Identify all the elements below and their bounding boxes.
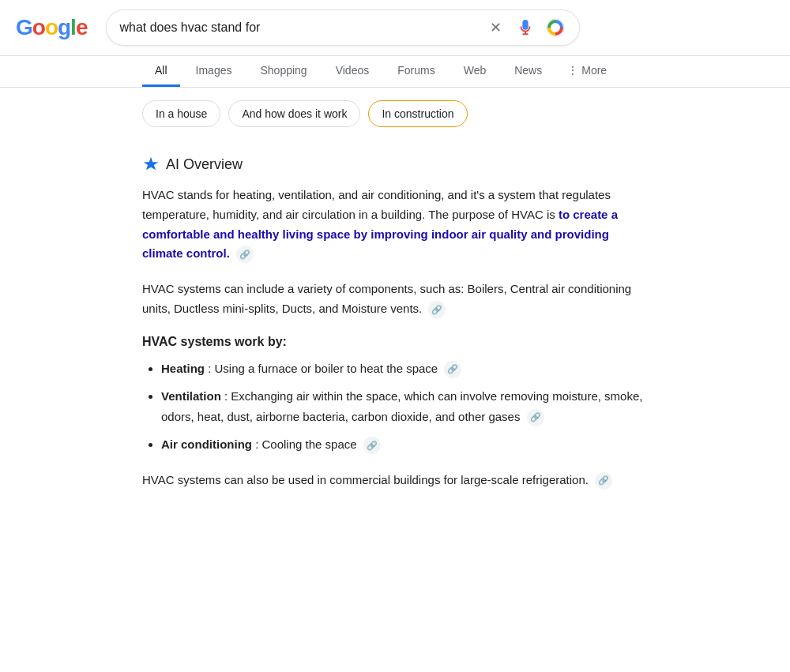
search-icons: ✕ — [484, 17, 566, 39]
bullet-ac-link[interactable]: 🔗 — [363, 437, 381, 454]
suggestion-in-construction[interactable]: In construction — [368, 100, 467, 127]
bullet-air-conditioning: Air conditioning : Cooling the space 🔗 — [161, 434, 648, 455]
suggestions-bar: In a house And how does it work In const… — [0, 88, 790, 140]
tab-images[interactable]: Images — [183, 56, 245, 87]
more-dots-icon: ⋮ — [567, 64, 578, 77]
voice-search-button[interactable] — [514, 17, 536, 39]
tab-videos[interactable]: Videos — [323, 56, 382, 87]
bullet-ventilation: Ventilation : Exchanging air within the … — [161, 386, 648, 426]
google-lens-button[interactable] — [544, 17, 566, 39]
ai-paragraph-2: HVAC systems can include a variety of co… — [142, 280, 648, 319]
search-input[interactable]: what does hvac stand for — [119, 21, 484, 35]
search-bar: what does hvac stand for ✕ — [106, 9, 580, 46]
bullet-ac-term: Air conditioning — [161, 437, 252, 451]
suggestion-in-a-house[interactable]: In a house — [142, 100, 220, 127]
bullet-heating: Heating : Using a furnace or boiler to h… — [161, 359, 648, 379]
lens-icon — [546, 18, 565, 37]
tab-news[interactable]: News — [502, 56, 555, 87]
microphone-icon — [517, 19, 534, 36]
ai-footer-paragraph: HVAC systems can also be used in commerc… — [142, 471, 648, 490]
p1-text-before: HVAC stands for heating, ventilation, an… — [142, 188, 611, 221]
bullet-list: Heating : Using a furnace or boiler to h… — [142, 359, 648, 455]
tab-all[interactable]: All — [142, 56, 180, 87]
google-logo[interactable]: Google — [16, 15, 87, 40]
bullet-heating-term: Heating — [161, 362, 205, 375]
tab-forums[interactable]: Forums — [385, 56, 447, 87]
main-content: AI Overview HVAC stands for heating, ven… — [0, 140, 790, 521]
tab-shopping[interactable]: Shopping — [247, 56, 319, 87]
ai-paragraph-1: HVAC stands for heating, ventilation, an… — [142, 186, 648, 264]
bullet-ventilation-link[interactable]: 🔗 — [527, 409, 544, 426]
section-heading-works-by: HVAC systems work by: — [142, 335, 648, 349]
footer-citation-link[interactable]: 🔗 — [595, 472, 612, 490]
more-button[interactable]: ⋮ More — [558, 56, 616, 87]
footer-text: HVAC systems can also be used in commerc… — [142, 473, 589, 486]
suggestion-how-does-it-work[interactable]: And how does it work — [228, 100, 360, 127]
p2-citation-link[interactable]: 🔗 — [428, 301, 446, 318]
tab-web[interactable]: Web — [451, 56, 499, 87]
p2-text: HVAC systems can include a variety of co… — [142, 282, 631, 315]
svg-point-1 — [553, 25, 558, 30]
bullet-heating-desc: : Using a furnace or boiler to heat the … — [208, 362, 438, 375]
bullet-ventilation-term: Ventilation — [161, 389, 221, 403]
clear-button[interactable]: ✕ — [484, 17, 506, 39]
clear-icon: ✕ — [490, 19, 502, 36]
header: Google what does hvac stand for ✕ — [0, 0, 790, 56]
bullet-heating-link[interactable]: 🔗 — [444, 361, 461, 378]
p1-citation-link[interactable]: 🔗 — [236, 246, 254, 263]
more-label: More — [581, 64, 607, 77]
bullet-ac-desc: : Cooling the space — [255, 437, 356, 451]
bullet-ventilation-desc: : Exchanging air within the space, which… — [161, 389, 642, 423]
ai-overview-header: AI Overview — [142, 156, 648, 173]
ai-overview-title: AI Overview — [166, 156, 243, 173]
ai-star-icon — [142, 156, 160, 173]
nav-tabs: All Images Shopping Videos Forums Web Ne… — [0, 56, 790, 88]
